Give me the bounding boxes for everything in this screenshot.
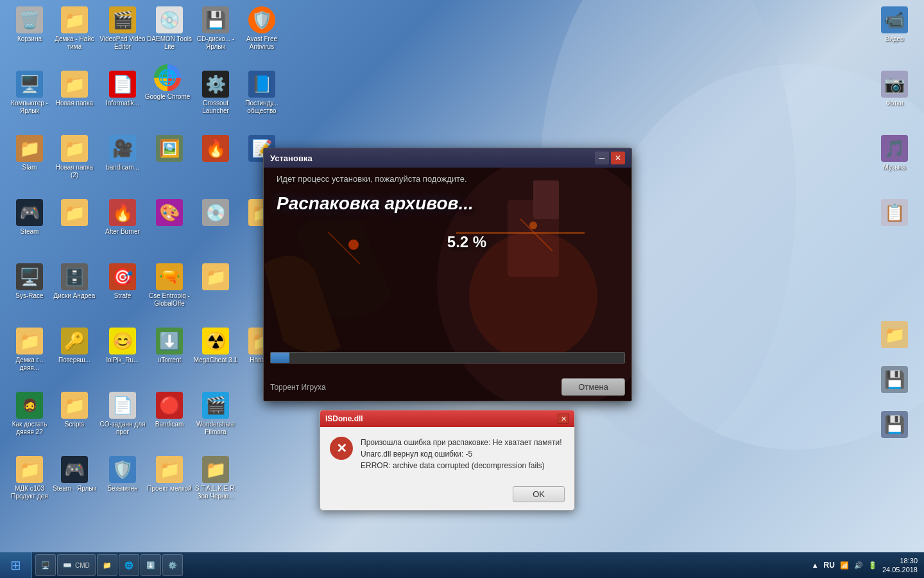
desktop-icon-chrome[interactable]: 🌐 Google Chrome [144,64,191,101]
desktop-icon-csgo[interactable]: 🔫 Cse Entropiq - GlobalOffe [146,263,193,308]
show-desktop-icon: 🖥️ [41,561,50,570]
error-title: ISDone.dll [325,414,363,423]
desktop-icon-bezymyan[interactable]: 🛡️ Безымянн [99,456,146,493]
error-close-button[interactable]: ✕ [558,414,569,424]
clock-date: 24.05.2018 [882,565,918,574]
desktop-icon-drives[interactable]: 🗄️ Диски Андреа [51,263,98,300]
install-source: Торрент Игруха [270,383,326,392]
install-content: Идет процесс установки, пожалуйста подож… [264,168,631,401]
cancel-button[interactable]: Отмена [561,378,625,396]
svg-point-4 [469,232,597,360]
desktop-icon-wondershare[interactable]: 🎬 Wondershare Filmora [193,392,239,436]
desktop-icon-pc[interactable]: 🖥️ Компьютер - Ярлык [6,71,53,115]
error-line3: ERROR: archive data corrupted (decompres… [361,460,562,471]
taskbar-item-cmd[interactable]: ⌨️ CMD [57,554,96,576]
install-window-title: Установка [270,153,312,163]
desktop-icon-steam2[interactable]: 🎮 Steam - Ярлык [51,456,98,493]
taskbar-item-chrome[interactable]: 🌐 [119,554,139,576]
lang-indicator: RU [824,561,835,570]
desktop-icon-megacheat[interactable]: ☢️ MegaCheat 3.1 [193,328,239,364]
desktop-icon-afterburner[interactable]: 🔥 After Burner [99,199,146,236]
taskbar-item-show-desktop[interactable]: 🖥️ [35,554,56,576]
desktop-icon-folder4[interactable]: 📁 [51,199,98,228]
explorer-icon: 📁 [103,561,112,570]
network-icon: 📶 [840,561,849,570]
chrome-taskbar-icon: 🌐 [124,561,133,570]
desktop-icon-kak[interactable]: 🧔 Как достать дяяяя 2? [6,392,53,436]
utorrent-taskbar-icon: ⬇️ [146,561,155,570]
taskbar-clock: 18:30 24.05.2018 [882,556,918,575]
cmd-icon: ⌨️ [63,561,72,570]
error-footer: OK [320,481,574,510]
taskbar-item-explorer[interactable]: 📁 [97,554,117,576]
desktop-icon-video[interactable]: 📹 Видео [871,6,918,43]
error-titlebar: ISDone.dll ✕ [320,410,574,427]
desktop-icon-floppy[interactable]: 💾 [871,366,918,395]
desktop-icon-disc[interactable]: 💿 [193,199,239,228]
desktop-icon-colorpicker[interactable]: 🎨 [146,199,193,228]
install-window-titlebar: Установка ─ ✕ [264,148,631,168]
desktop-icon-folder-r1[interactable]: 📁 [871,321,918,350]
install-subtitle: Идет процесс установки, пожалуйста подож… [277,174,619,184]
desktop-icon-fire[interactable]: 🔥 [193,135,239,164]
desktop-icon-music[interactable]: 🎵 Музыка [871,135,918,171]
desktop-icon-demka2[interactable]: 📁 Демка г... дяяя... [6,328,53,372]
desktop-icon-videopad[interactable]: 🎬 VideoPad Video Editor [99,6,146,51]
error-dialog: ISDone.dll ✕ ✕ Произошла ошибка при расп… [320,410,575,511]
desktop-icon-trash[interactable]: 🗑️ Корзина [6,6,53,43]
desktop-icon-steam[interactable]: 🎮 Steam [6,199,53,236]
progress-bar-fill [271,353,289,363]
desktop-icon-avast[interactable]: 🛡️ Avast Free Antivirus [239,6,285,51]
desktop-icon-postind[interactable]: 📘 Постинду... общество [239,71,285,115]
install-percent: 5.2 % [315,233,619,251]
battery-icon: 🔋 [868,561,877,570]
install-text-area: Идет процесс установки, пожалуйста подож… [277,174,619,251]
close-button[interactable]: ✕ [611,152,625,164]
desktop-icon-keys[interactable]: 🔑 Потеряш... [51,328,98,364]
taskbar-item-install[interactable]: ⚙️ [162,554,183,576]
desktop-icon-newfolder[interactable]: 📁 Новая папка [51,71,98,107]
error-line1: Произошла ошибка при распаковке: Не хват… [361,437,562,448]
progress-bar-container [270,352,625,363]
error-line2: Unarc.dll вернул код ошибки: -5 [361,448,562,460]
error-message: Произошла ошибка при распаковке: Не хват… [361,437,562,471]
tray-expand-icon[interactable]: ▲ [812,561,819,569]
desktop-icon-bandicam2[interactable]: 🔴 Bandicam [146,392,193,428]
desktop-icon-doclist[interactable]: 📋 [871,199,918,228]
desktop-icon-strafe[interactable]: 🎯 Strafe [99,263,146,300]
desktop-icon-slam[interactable]: 📁 Slam [6,135,53,171]
desktop-icon-fotki[interactable]: 📷 Фотки [871,71,918,107]
windows-logo-icon: ⊞ [10,557,21,573]
taskbar-item-utorrent[interactable]: ⬇️ [141,554,161,576]
desktop-icon-cd[interactable]: 💾 CD-диско... - Ярлык [193,6,239,51]
taskbar-tray: ▲ RU 📶 🔊 🔋 18:30 24.05.2018 [805,556,924,575]
desktop-icon-mdk[interactable]: 📁 МДК о103 Продукт дея [6,456,53,500]
desktop-icon-cozadann[interactable]: 📄 CO-заданн для прог [99,392,146,436]
desktop: 🗑️ Корзина 📁 Демка - Найс тима 🎬 VideoPa… [0,0,924,552]
ok-button[interactable]: OK [513,486,565,502]
install-footer: Торрент Игруха Отмена [270,378,625,396]
taskbar: ⊞ 🖥️ ⌨️ CMD 📁 🌐 ⬇️ ⚙️ ▲ RU 📶 🔊 🔋 18:30 2… [0,552,924,578]
desktop-icon-proekt[interactable]: 📁 Проект мелкой [146,456,193,493]
desktop-icon-crossout[interactable]: ⚙️ Crossout Launcher [193,71,239,115]
minimize-button[interactable]: ─ [595,152,609,164]
desktop-icon-demka[interactable]: 📁 Демка - Найс тима [51,6,98,51]
install-main-text: Распаковка архивов... [277,193,619,214]
clock-time: 18:30 [882,556,918,565]
desktop-icon-informatik[interactable]: 📄 Informatik... [99,71,146,107]
install-taskbar-icon: ⚙️ [168,561,177,570]
desktop-icon-utorrent[interactable]: ⬇️ uTorrent [146,328,193,364]
desktop-icon-smiley[interactable]: 😊 lolPik_Ru... [99,328,146,364]
desktop-icon-stalker[interactable]: 📁 S.T.A.L.K.E.R. Зов Черно... [193,456,239,500]
desktop-icon-daemon[interactable]: 💿 DAEMON Tools Lite [146,6,193,51]
desktop-icon-floppy2[interactable]: 💾 [871,411,918,440]
desktop-icon-folder6[interactable]: 📁 [193,263,239,292]
volume-icon[interactable]: 🔊 [854,561,863,570]
desktop-icon-sysrace[interactable]: 🖥️ Sys-Race [6,263,53,300]
desktop-icon-newfolder2[interactable]: 📁 Новая папка (2) [51,135,98,179]
error-content: ✕ Произошла ошибка при распаковке: Не хв… [320,427,574,481]
desktop-icon-scripts[interactable]: 📁 Scripts [51,392,98,428]
desktop-icon-bandicam[interactable]: 🎥 bandicam... [99,135,146,171]
start-button[interactable]: ⊞ [0,552,32,578]
desktop-icon-img1[interactable]: 🖼️ [146,135,193,164]
